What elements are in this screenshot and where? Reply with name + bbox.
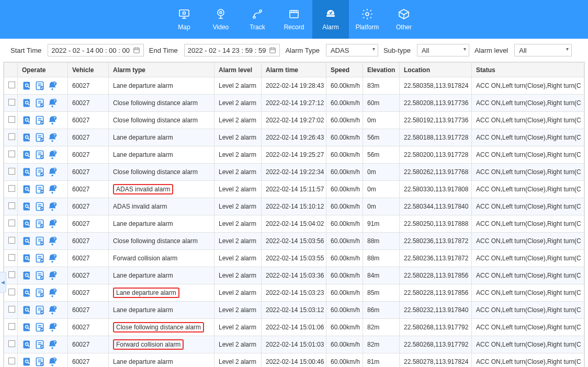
search-detail-icon[interactable] [22,132,32,143]
report-icon[interactable] [35,150,45,160]
row-checkbox[interactable] [8,323,15,330]
nav-map[interactable]: Map [166,0,202,39]
alarm-type-select[interactable]: ADAS [326,44,378,56]
row-checkbox[interactable] [8,133,15,140]
bell-question-icon[interactable]: ? [47,150,58,160]
bell-question-icon[interactable]: ? [47,236,58,246]
alarm-level-select[interactable]: All [514,44,572,56]
search-detail-icon[interactable] [22,219,32,229]
nav-label: Video [213,24,229,31]
start-time-input[interactable]: 2022 - 02 - 14 00 : 00 : 00 [48,44,144,56]
report-icon[interactable] [35,339,45,350]
bell-question-icon[interactable]: ? [47,219,58,229]
search-detail-icon[interactable] [22,98,32,108]
report-icon[interactable] [35,81,45,91]
row-checkbox[interactable] [8,358,15,364]
cell-elevation: 81m [363,353,400,368]
search-detail-icon[interactable] [22,270,32,281]
row-checkbox[interactable] [8,271,15,278]
cell-speed: 60.00km/h [326,198,363,215]
header-checkbox[interactable] [4,63,18,77]
row-checkbox[interactable] [8,202,15,209]
report-icon[interactable] [35,201,45,212]
bell-question-icon[interactable]: ? [47,339,58,350]
search-detail-icon[interactable] [22,339,32,350]
bell-question-icon[interactable]: ? [47,115,58,125]
bell-question-icon[interactable]: ? [47,98,58,108]
search-detail-icon[interactable] [22,201,32,212]
bell-question-icon[interactable]: ? [47,81,58,91]
bell-question-icon[interactable]: ? [47,357,58,367]
row-checkbox[interactable] [8,151,15,157]
report-icon[interactable] [35,305,45,315]
row-checkbox[interactable] [8,306,15,313]
bell-question-icon[interactable]: ? [47,288,58,298]
search-detail-icon[interactable] [22,167,32,177]
bell-question-icon[interactable]: ? [47,132,58,143]
operate-icons: ? [22,288,63,298]
bell-question-icon[interactable]: ? [47,253,58,263]
row-checkbox[interactable] [8,340,15,347]
side-expand-tab[interactable]: ◀ [0,272,6,293]
nav-record[interactable]: Record [276,0,312,39]
operate-icons: ? [22,132,63,143]
nav-other[interactable]: Other [386,0,422,39]
alarm-icon [324,8,337,20]
svg-point-108 [51,209,53,211]
report-icon[interactable] [35,253,45,263]
report-icon[interactable] [35,236,45,246]
row-checkbox[interactable] [8,116,15,123]
report-icon[interactable] [35,132,45,143]
report-icon[interactable] [35,288,45,298]
cell-elevation: 0m [363,181,400,198]
search-detail-icon[interactable] [22,253,32,263]
row-checkbox[interactable] [8,82,15,88]
table-row: ? 60027 Lane departure alarm Level 2 ala… [4,129,584,146]
row-checkbox[interactable] [8,237,15,244]
search-detail-icon[interactable] [22,184,32,194]
header-location: Location [400,63,472,77]
bell-question-icon[interactable]: ? [47,322,58,332]
cell-vehicle: 60027 [68,267,109,284]
svg-point-69 [26,153,28,155]
nav-track[interactable]: Track [239,0,276,39]
report-icon[interactable] [35,219,45,229]
report-icon[interactable] [35,357,45,367]
cell-alarm-type: Lane departure alarm [109,146,214,164]
bell-question-icon[interactable]: ? [47,270,58,281]
row-checkbox[interactable] [8,168,15,175]
bell-question-icon[interactable]: ? [47,201,58,212]
cell-speed: 60.00km/h [326,181,363,198]
report-icon[interactable] [35,115,45,125]
search-detail-icon[interactable] [22,150,32,160]
bell-question-icon[interactable]: ? [47,167,58,177]
row-checkbox[interactable] [8,220,15,226]
report-icon[interactable] [35,270,45,281]
report-icon[interactable] [35,98,45,108]
nav-platform[interactable]: Platform [349,0,386,39]
search-detail-icon[interactable] [22,81,32,91]
row-checkbox[interactable] [8,254,15,261]
bell-question-icon[interactable]: ? [47,305,58,315]
row-checkbox[interactable] [8,99,15,106]
cell-elevation: 60m [363,95,400,112]
svg-point-168 [26,308,28,311]
nav-alarm[interactable]: Alarm [312,0,349,39]
search-detail-icon[interactable] [22,322,32,332]
bell-question-icon[interactable]: ? [47,184,58,194]
report-icon[interactable] [35,184,45,194]
sub-type-select[interactable]: All [417,44,469,56]
end-time-input[interactable]: 2022 - 02 - 14 23 : 59 : 59 [184,44,280,56]
search-detail-icon[interactable] [22,305,32,315]
search-detail-icon[interactable] [22,236,32,246]
report-icon[interactable] [35,167,45,177]
search-detail-icon[interactable] [22,357,32,367]
cell-vehicle: 60027 [68,181,109,198]
row-checkbox[interactable] [8,185,15,192]
row-checkbox[interactable] [8,289,15,295]
cell-speed: 60.00km/h [326,336,363,353]
report-icon[interactable] [35,322,45,332]
search-detail-icon[interactable] [22,115,32,125]
nav-video[interactable]: Video [202,0,239,39]
search-detail-icon[interactable] [22,288,32,298]
